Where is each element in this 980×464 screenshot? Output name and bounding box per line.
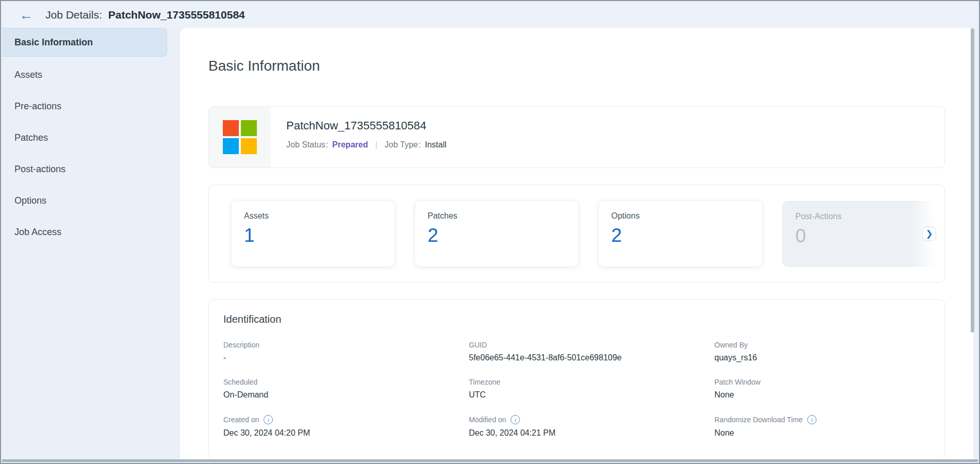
stats-container: Assets 1 Patches 2 Options 2 Post-Action… <box>208 185 945 283</box>
stat-card-label: Patches <box>428 211 578 221</box>
page-title: Job Details: <box>45 9 102 21</box>
field-label: Scheduled <box>223 378 257 386</box>
identification-field: Randomize Download Time i None <box>714 415 960 438</box>
job-type-value: Install <box>425 140 447 150</box>
sidebar-item[interactable]: Patches <box>2 122 180 154</box>
sidebar-item-label: Pre-actions <box>14 101 61 112</box>
sidebar-item-label: Options <box>14 195 46 206</box>
field-value: Dec 30, 2024 04:20 PM <box>223 428 469 438</box>
stat-card[interactable]: Post-Actions 0 <box>782 201 945 267</box>
sidebar-item-label: Basic Information <box>14 37 93 48</box>
sidebar-item-label: Post-actions <box>14 164 66 175</box>
sidebar-item[interactable]: Basic Information <box>2 28 167 57</box>
microsoft-logo-red-square <box>223 120 239 136</box>
field-label: Description <box>223 341 259 349</box>
microsoft-logo-icon <box>223 120 257 154</box>
arrow-left-icon: ← <box>20 7 33 23</box>
job-title: PatchNow_1735555810584 <box>286 119 446 132</box>
microsoft-logo-yellow-square <box>241 138 257 154</box>
job-name: PatchNow_1735555810584 <box>108 9 245 21</box>
main-panel: Basic Information PatchNow_1735555810584… <box>180 28 973 459</box>
colon: : <box>418 140 420 150</box>
identification-field: GUID i 5fe06e65-441e-4531-8af6-501ce6981… <box>469 341 714 362</box>
sidebar-item[interactable]: Pre-actions <box>2 91 180 122</box>
stats-row: Assets 1 Patches 2 Options 2 Post-Action… <box>232 201 945 267</box>
identification-field: Owned By i quays_rs16 <box>714 341 960 362</box>
job-summary-card: PatchNow_1735555810584 Job Status : Prep… <box>208 106 945 168</box>
vertical-scrollbar[interactable] <box>971 28 974 333</box>
job-info: PatchNow_1735555810584 Job Status : Prep… <box>271 107 446 168</box>
field-value: - <box>223 353 469 362</box>
info-icon[interactable]: i <box>807 415 816 424</box>
identification-field: Created on i Dec 30, 2024 04:20 PM <box>223 415 469 438</box>
identification-field: Patch Window i None <box>714 378 960 400</box>
microsoft-logo-green-square <box>241 120 257 136</box>
field-label: Owned By <box>714 341 748 349</box>
field-value: 5fe06e65-441e-4531-8af6-501ce698109e <box>469 353 714 362</box>
field-label: Timezone <box>469 378 500 386</box>
field-value: None <box>714 390 960 400</box>
job-meta: Job Status : Prepared | Job Type : Insta… <box>286 140 446 150</box>
identification-title: Identification <box>223 313 944 325</box>
field-value: Dec 30, 2024 04:21 PM <box>469 428 714 438</box>
field-value: UTC <box>469 390 714 400</box>
header: ← Job Details: PatchNow_1735555810584 <box>1 2 979 28</box>
info-icon[interactable]: i <box>264 415 273 424</box>
identification-field: Modified on i Dec 30, 2024 04:21 PM <box>469 415 714 438</box>
field-label: Randomize Download Time <box>714 416 803 424</box>
job-type-label: Job Type <box>385 140 418 150</box>
sidebar-item-label: Patches <box>14 132 48 143</box>
stat-card-label: Post-Actions <box>795 212 945 221</box>
field-label: Created on <box>223 416 259 424</box>
vendor-logo-strip <box>209 107 271 168</box>
job-status-label: Job Status <box>286 140 325 150</box>
stat-card[interactable]: Assets 1 <box>232 201 395 267</box>
sidebar: Basic Information Assets Pre-actions Pat… <box>2 28 180 458</box>
sidebar-item-label: Assets <box>14 70 42 80</box>
microsoft-logo-blue-square <box>223 138 239 154</box>
stat-card[interactable]: Patches 2 <box>415 201 578 267</box>
stat-card-label: Options <box>611 211 762 221</box>
field-value: quays_rs16 <box>714 353 960 362</box>
field-value: On-Demand <box>223 390 469 400</box>
job-status-badge: Prepared <box>332 140 368 150</box>
identification-field: Timezone i UTC <box>469 378 714 400</box>
identification-grid: Description i - GUID i 5fe06e65-441e-453… <box>223 341 944 438</box>
stat-card-value: 2 <box>428 225 578 246</box>
sidebar-item[interactable]: Assets <box>2 59 180 91</box>
field-label: Modified on <box>469 416 506 424</box>
divider: | <box>375 140 377 150</box>
back-button[interactable]: ← <box>18 8 35 22</box>
colon: : <box>326 140 328 150</box>
stat-card-value: 2 <box>611 225 762 246</box>
stat-card[interactable]: Options 2 <box>599 201 762 267</box>
field-label: Patch Window <box>714 378 760 386</box>
field-value: None <box>714 428 960 438</box>
identification-field: Scheduled i On-Demand <box>223 378 469 400</box>
field-label: GUID <box>469 341 487 349</box>
stats-scroll-next-button[interactable]: ❯ <box>922 227 936 241</box>
sidebar-item-label: Job Access <box>14 227 61 238</box>
horizontal-scrollbar[interactable] <box>2 459 978 462</box>
identification-field: Description i - <box>223 341 469 362</box>
sidebar-item[interactable]: Post-actions <box>2 154 180 185</box>
section-heading: Basic Information <box>208 58 973 74</box>
chevron-right-icon: ❯ <box>925 229 933 238</box>
stat-card-label: Assets <box>244 211 395 221</box>
stat-card-value: 1 <box>244 225 395 246</box>
info-icon[interactable]: i <box>511 415 520 424</box>
sidebar-item[interactable]: Job Access <box>2 217 180 248</box>
identification-card: Identification Description i - GUID i 5f… <box>208 299 945 459</box>
sidebar-item[interactable]: Options <box>2 185 180 217</box>
